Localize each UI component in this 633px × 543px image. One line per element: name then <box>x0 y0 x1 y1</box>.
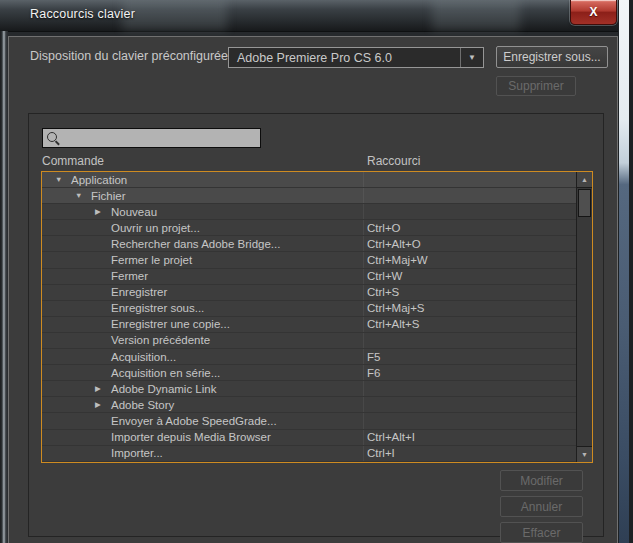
search-icon <box>47 132 57 142</box>
shortcut-list: ▼ Application ▼ Fichier ▶ Nouveau Ouvrir… <box>41 171 593 463</box>
shortcut-row[interactable]: Enregistrer sous... Ctrl+Maj+S <box>42 301 577 317</box>
shortcut-value: Ctrl+I <box>367 447 395 459</box>
shortcut-row[interactable]: Importer... Ctrl+I <box>42 446 577 462</box>
shortcut-value: Ctrl+Alt+S <box>367 318 419 330</box>
clear-button[interactable]: Effacer <box>500 522 583 543</box>
shortcut-row[interactable]: Rechercher dans Adobe Bridge... Ctrl+Alt… <box>42 236 577 252</box>
keyboard-shortcuts-dialog: Raccourcis clavier X Disposition du clav… <box>0 0 633 543</box>
preset-dropdown[interactable]: Adobe Premiere Pro CS 6.0 ▼ <box>228 47 484 68</box>
column-header-shortcut: Raccourci <box>367 154 420 168</box>
command-label: Adobe Dynamic Link <box>111 383 216 395</box>
command-label: Importer... <box>111 447 163 459</box>
edit-button[interactable]: Modifier <box>500 470 583 491</box>
preset-label: Disposition du clavier préconfigurée : <box>30 49 235 63</box>
shortcut-value: Ctrl+O <box>367 222 401 234</box>
shortcut-row[interactable]: Enregistrer une copie... Ctrl+Alt+S <box>42 317 577 333</box>
command-label: Nouveau <box>111 206 157 218</box>
shortcut-row[interactable]: ▶ Adobe Dynamic Link <box>42 381 577 397</box>
shortcut-value: Ctrl+Maj+W <box>367 254 428 266</box>
search-input[interactable] <box>42 128 261 148</box>
title-bar[interactable]: Raccourcis clavier <box>0 0 633 32</box>
shortcut-row[interactable]: Acquisition... F5 <box>42 349 577 365</box>
expander-icon[interactable]: ▶ <box>95 401 111 409</box>
shortcut-row[interactable]: Envoyer à Adobe SpeedGrade... <box>42 413 577 429</box>
shortcut-value: F5 <box>367 351 380 363</box>
shortcut-value: Ctrl+S <box>367 286 399 298</box>
shortcut-row[interactable]: ▼ Application <box>42 172 577 188</box>
command-label: Fichier <box>91 190 126 202</box>
preset-value: Adobe Premiere Pro CS 6.0 <box>229 51 460 65</box>
shortcut-value: F6 <box>367 367 380 379</box>
undo-button[interactable]: Annuler <box>500 496 583 517</box>
shortcut-row[interactable]: Ouvrir un projet... Ctrl+O <box>42 220 577 236</box>
shortcut-value: Ctrl+W <box>367 270 402 282</box>
expander-icon[interactable]: ▶ <box>95 385 111 393</box>
delete-button[interactable]: Supprimer <box>496 76 576 96</box>
expander-icon[interactable]: ▶ <box>95 208 111 216</box>
shortcut-row[interactable]: Acquisition en série... F6 <box>42 365 577 381</box>
expander-icon[interactable]: ▼ <box>75 192 91 200</box>
command-label: Fermer <box>111 270 148 282</box>
close-button[interactable]: X <box>570 0 617 25</box>
shortcut-row[interactable]: Enregistrer Ctrl+S <box>42 285 577 301</box>
scroll-up-button[interactable]: ▲ <box>577 172 592 188</box>
triangle-up-icon: ▲ <box>581 176 588 183</box>
command-label: Envoyer à Adobe SpeedGrade... <box>111 415 277 427</box>
column-header-command: Commande <box>42 154 104 168</box>
command-label: Enregistrer <box>111 286 167 298</box>
triangle-down-icon: ▼ <box>581 451 588 458</box>
shortcut-row[interactable]: ▶ Adobe Story <box>42 397 577 413</box>
vertical-scrollbar[interactable]: ▲ ▼ <box>576 172 592 462</box>
command-label: Adobe Story <box>111 399 174 411</box>
shortcut-row[interactable]: Fermer Ctrl+W <box>42 269 577 285</box>
close-icon: X <box>589 6 597 18</box>
command-label: Ouvrir un projet... <box>111 222 200 234</box>
window-border-left <box>0 31 8 543</box>
command-label: Fermer le projet <box>111 254 192 266</box>
scroll-down-button[interactable]: ▼ <box>577 446 592 462</box>
command-label: Application <box>71 174 127 186</box>
shortcut-row[interactable]: Version précédente <box>42 333 577 349</box>
command-label: Acquisition... <box>111 351 176 363</box>
shortcut-value: Ctrl+Maj+S <box>367 302 425 314</box>
titlebar-glass-highlight <box>122 0 227 31</box>
command-label: Rechercher dans Adobe Bridge... <box>111 238 280 250</box>
window-border-right <box>618 0 633 543</box>
shortcut-value: Ctrl+Alt+O <box>367 238 421 250</box>
command-label: Acquisition en série... <box>111 367 220 379</box>
chevron-down-icon: ▼ <box>460 48 483 67</box>
command-label: Enregistrer une copie... <box>111 318 230 330</box>
titlebar-glass-highlight <box>432 0 520 31</box>
shortcut-row[interactable]: Importer depuis Media Browser Ctrl+Alt+I <box>42 430 577 446</box>
expander-icon[interactable]: ▼ <box>55 176 71 184</box>
command-label: Version précédente <box>111 334 210 346</box>
save-as-button[interactable]: Enregistrer sous... <box>496 46 608 68</box>
shortcut-row[interactable]: Fermer le projet Ctrl+Maj+W <box>42 252 577 268</box>
command-label: Importer depuis Media Browser <box>111 431 271 443</box>
command-label: Enregistrer sous... <box>111 302 204 314</box>
shortcut-row[interactable]: ▼ Fichier <box>42 188 577 204</box>
shortcut-row[interactable]: ▶ Nouveau <box>42 204 577 220</box>
window-title: Raccourcis clavier <box>30 7 135 21</box>
scrollbar-thumb[interactable] <box>578 189 591 217</box>
shortcut-table-body: ▼ Application ▼ Fichier ▶ Nouveau Ouvrir… <box>42 172 577 462</box>
window-glass-edge <box>619 0 629 543</box>
shortcut-value: Ctrl+Alt+I <box>367 431 415 443</box>
